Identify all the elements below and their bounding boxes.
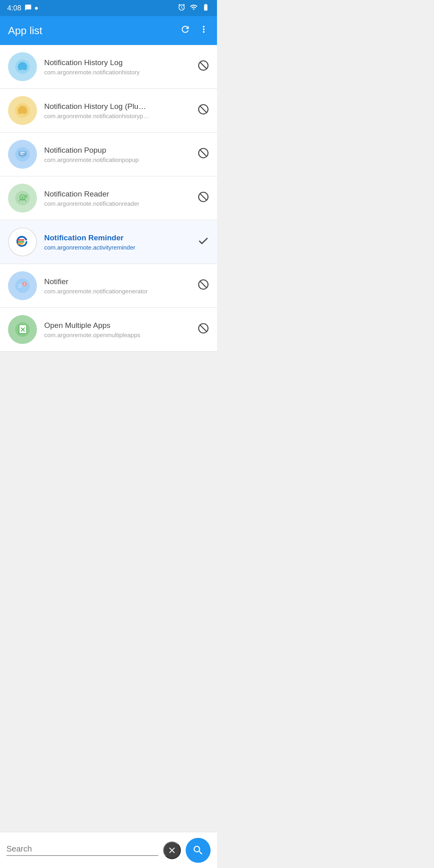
app-pkg: com.argonremote.notificationreader <box>44 200 193 207</box>
app-info: Notification Reader com.argonremote.noti… <box>44 189 193 207</box>
svg-line-34 <box>200 325 207 331</box>
app-icon-notif-history <box>8 52 37 81</box>
svg-line-9 <box>200 149 207 156</box>
block-icon <box>198 323 209 337</box>
message-icon <box>25 4 32 12</box>
status-right <box>178 3 210 13</box>
app-list: Notification History Log com.argonremote… <box>0 45 217 352</box>
app-pkg: com.argonremote.notificationgenerator <box>44 288 193 295</box>
app-icon-notif-history-plus <box>8 96 37 125</box>
refresh-button[interactable] <box>180 24 190 37</box>
app-icon-notif-reader <box>8 184 37 213</box>
app-name: Notification Popup <box>44 145 193 156</box>
block-icon <box>198 104 209 118</box>
app-pkg-active: com.argonremote.activityreminder <box>44 244 193 251</box>
list-item[interactable]: ! Notifier com.argonremote.notificationg… <box>0 264 217 308</box>
svg-point-12 <box>22 197 24 199</box>
app-name: Notifier <box>44 277 193 287</box>
app-icon-notifier: ! <box>8 271 37 300</box>
app-pkg: com.argonremote.notificationhistory <box>44 69 193 76</box>
list-item[interactable]: Open Multiple Apps com.argonremote.openm… <box>0 308 217 352</box>
app-pkg: com.argonremote.notificationhistoryp… <box>44 113 193 119</box>
app-name: Notification Reader <box>44 189 193 199</box>
app-name-active: Notification Reminder <box>44 233 193 243</box>
app-info: Notifier com.argonremote.notificationgen… <box>44 277 193 295</box>
app-pkg: com.argonremote.openmultipleapps <box>44 332 193 338</box>
app-info: Notification Popup com.argonremote.notif… <box>44 145 193 163</box>
more-options-button[interactable] <box>199 24 209 37</box>
list-item[interactable]: Notification History Log (Plu… com.argon… <box>0 89 217 133</box>
status-time: 4:08 <box>7 4 21 12</box>
app-name: Notification History Log <box>44 58 193 68</box>
svg-line-27 <box>200 281 207 287</box>
alarm-icon <box>178 3 186 13</box>
check-icon <box>198 235 209 249</box>
svg-line-14 <box>200 193 207 200</box>
battery-icon <box>202 3 210 13</box>
app-info: Notification History Log com.argonremote… <box>44 58 193 76</box>
bottom-spacer <box>0 352 217 392</box>
app-info: Notification History Log (Plu… com.argon… <box>44 102 193 119</box>
notification-dot <box>35 7 38 10</box>
block-icon <box>198 191 209 205</box>
app-pkg: com.argonremote.notificationpopup <box>44 156 193 163</box>
svg-line-2 <box>200 62 207 68</box>
app-icon-notif-reminder <box>8 227 37 256</box>
list-item[interactable]: Notification Reader com.argonremote.noti… <box>0 176 217 220</box>
page-title: App list <box>8 25 42 37</box>
svg-point-18 <box>17 239 19 241</box>
svg-text:!: ! <box>24 283 25 286</box>
app-name: Notification History Log (Plu… <box>44 102 193 112</box>
app-icon-open-multi <box>8 315 37 344</box>
svg-line-5 <box>200 106 207 112</box>
svg-point-19 <box>17 241 19 243</box>
block-icon <box>198 147 209 162</box>
app-info: Notification Reminder com.argonremote.ac… <box>44 233 193 251</box>
block-icon <box>198 279 209 293</box>
status-bar: 4:08 <box>0 0 217 16</box>
toolbar-actions <box>180 24 209 37</box>
toolbar: App list <box>0 16 217 45</box>
svg-rect-23 <box>18 287 22 288</box>
app-icon-notif-popup <box>8 140 37 169</box>
app-info: Open Multiple Apps com.argonremote.openm… <box>44 321 193 338</box>
block-icon <box>198 60 209 74</box>
svg-point-20 <box>17 243 19 245</box>
list-item-active[interactable]: Notification Reminder com.argonremote.ac… <box>0 220 217 264</box>
app-name: Open Multiple Apps <box>44 321 193 331</box>
list-item[interactable]: Notification Popup com.argonremote.notif… <box>0 133 217 176</box>
signal-icon <box>190 3 198 13</box>
list-item[interactable]: Notification History Log com.argonremote… <box>0 45 217 89</box>
status-left: 4:08 <box>7 4 38 12</box>
